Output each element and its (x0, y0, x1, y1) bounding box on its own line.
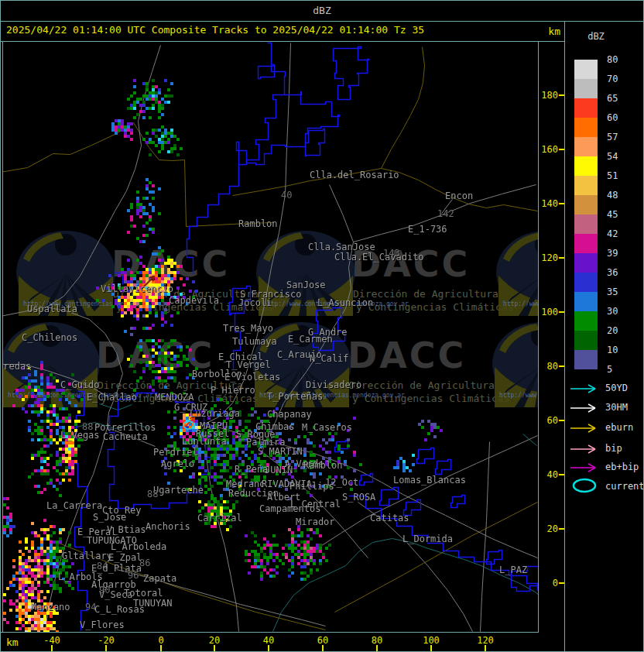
dbz-scale-block (574, 98, 598, 118)
map-place-label: Perdriel (153, 448, 198, 457)
map-place-label: C_L_Rosas (94, 605, 145, 614)
dbz-scale-block (574, 350, 598, 369)
right-axis-unit-label: km (542, 26, 560, 37)
map-place-label: Phillips (289, 482, 334, 491)
map-place-label: Villavicencio (101, 284, 173, 293)
dbz-scale-block (574, 214, 598, 234)
right-axis-tick-mark (559, 203, 564, 204)
dbz-scale-label: 65 (607, 93, 618, 104)
map-place-label: E_Zpal (108, 553, 142, 562)
dbz-scale-label: 10 (607, 345, 618, 355)
right-axis-tick-label: 60 (547, 415, 558, 426)
map-place-label: L_Dormida (402, 534, 453, 544)
map-place-label: L_Asuncion (317, 298, 373, 307)
legend-marker-label: 50YD (605, 383, 628, 393)
legend-marker-label: eburn (605, 422, 633, 433)
legend-title: dBZ (565, 31, 627, 42)
map-place-label: Ugarteche (153, 486, 204, 495)
map-place-label: Encon (445, 191, 473, 201)
map-place-label: Campamentos (259, 504, 320, 513)
right-axis-tick-mark (559, 365, 564, 367)
dbz-scale-block (574, 137, 598, 156)
map-place-label: 40 (281, 190, 292, 200)
map-place-label: Cacheuta (103, 432, 148, 441)
map-place-label: Manzano (31, 602, 70, 612)
right-axis-tick-label: 80 (547, 361, 558, 372)
dbz-scale-block (574, 118, 598, 137)
right-axis-ruler: 180160140120100806040200 (539, 41, 564, 632)
map-place-label: Divisadero (306, 380, 361, 389)
map-place-label: Chapanay (267, 410, 312, 419)
frame-under-title (0, 21, 644, 22)
map-place-label: 143 (383, 249, 400, 258)
dbz-scale-block (574, 292, 598, 311)
dbz-scale-label: 48 (607, 190, 618, 201)
title-bar: dBZ (0, 0, 644, 21)
map-place-label: Carrizal (197, 513, 242, 523)
map-place-label: Luzuriaga (190, 409, 240, 418)
right-axis-tick-label: 100 (541, 307, 558, 317)
map-label-layer: RamblonClla.del_RosarioEncon142E_1-73640… (3, 42, 538, 632)
map-place-label: R_Peña (235, 465, 268, 474)
map-place-label: N_Calif (310, 354, 349, 363)
right-axis-tick-mark (559, 257, 564, 259)
dbz-scale-block (574, 234, 598, 253)
map-place-label: S_Jose (93, 513, 126, 522)
right-axis-tick-mark (559, 474, 564, 475)
map-place-label: Clla.El_Cavadito (334, 252, 424, 262)
legend-marker-label: current (605, 481, 644, 492)
right-axis-tick-mark (559, 528, 564, 530)
dbz-scale-block (574, 273, 598, 292)
map-place-label: Tres_Mayo (223, 324, 273, 333)
map-place-label: Totoral (124, 589, 163, 598)
legend-marker-label: eb+bip (605, 462, 639, 472)
map-place-label: Zapata (143, 574, 176, 583)
window-title: dBZ (313, 5, 331, 16)
right-axis-tick-label: 120 (541, 252, 558, 263)
bip-arrow-icon (569, 444, 601, 455)
frame-left (0, 0, 1, 652)
map-place-label: Agrelo (161, 459, 194, 468)
legend-marker-label: bip (605, 443, 622, 454)
map-place-label: S_MARTIN (258, 447, 303, 456)
map-place-label: S_ROSA (342, 492, 375, 502)
dbz-scale-block (574, 156, 598, 176)
right-axis-tick-mark (559, 582, 564, 584)
bottom-axis-tick-mark (485, 645, 486, 651)
dbz-scale-label: 39 (607, 248, 618, 259)
dbz-scale-block (574, 60, 598, 79)
map-place-label: La_Carrera (46, 501, 102, 510)
map-place-label: Gltallary (62, 551, 112, 561)
bottom-axis-tick-mark (376, 645, 378, 651)
dbz-scale-block (574, 195, 598, 214)
legend-marker-row: eburn (565, 421, 643, 434)
bottom-axis-tick-label: 0 (158, 635, 163, 646)
map-place-label: Tulumaya (232, 337, 277, 346)
right-axis-tick-label: 0 (553, 578, 558, 589)
bottom-axis-tick-label: 120 (477, 635, 494, 646)
bottom-axis-tick-mark (160, 645, 162, 651)
right-axis-tick-mark (559, 420, 564, 421)
legend-panel: dBZ 807065605754514845423936353020105 50… (565, 22, 643, 651)
bottom-axis-tick-label: 20 (209, 635, 220, 646)
dbz-scale-block (574, 331, 598, 350)
bottom-axis-tick-label: 80 (372, 635, 382, 646)
radar-map-viewport: DACCDirección de Agriculturay Contingenc… (3, 42, 538, 632)
dbz-scale-label: 45 (607, 209, 618, 220)
dbz-scale-label: 42 (607, 228, 618, 239)
dbz-scale-label: 70 (607, 74, 618, 84)
map-place-label: MENDOZA (155, 393, 194, 402)
50YD-arrow-icon (569, 383, 601, 394)
dbz-scale-label: 36 (607, 267, 618, 278)
right-axis-tick-label: 160 (541, 144, 558, 155)
radar-app-window: dBZ 2025/04/22 01:14:00 UTC Composite Tr… (0, 0, 644, 652)
bottom-axis-tick-label: -40 (43, 635, 60, 646)
map-place-label: Mirador (296, 517, 335, 527)
map-place-label: aredas (3, 362, 31, 371)
map-place-label: C_Guido (60, 380, 100, 389)
bottom-axis-unit-label: km (6, 637, 19, 648)
right-axis-tick-mark (559, 311, 564, 313)
right-axis-tick-label: 20 (547, 523, 558, 534)
map-place-label: Uspallata (27, 304, 77, 314)
bottom-axis-tick-mark (430, 645, 432, 651)
